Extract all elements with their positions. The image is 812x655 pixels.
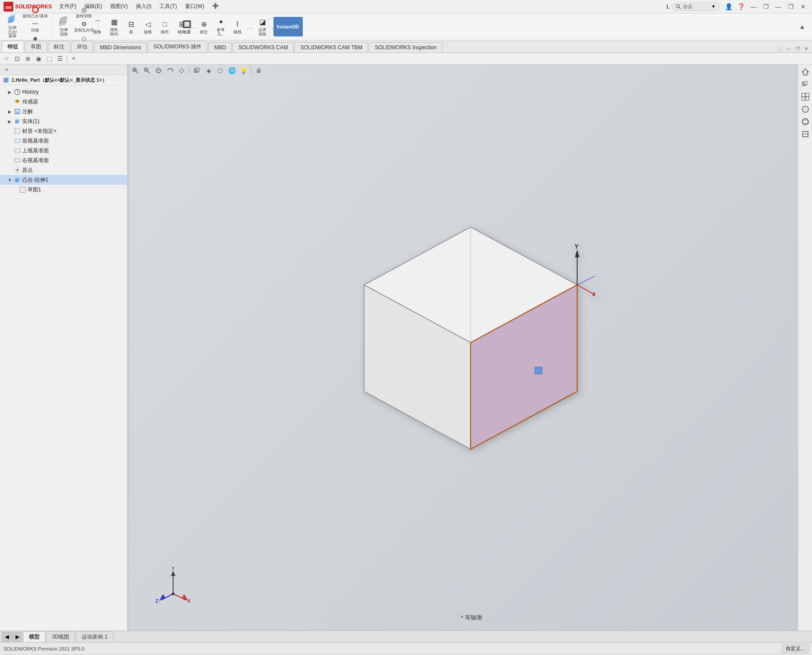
- select-tool-button[interactable]: ☞: [2, 54, 12, 64]
- zoom-area-button[interactable]: [131, 66, 140, 75]
- restore-button[interactable]: ❐: [761, 1, 771, 12]
- filter-icon-button[interactable]: ⌖: [2, 65, 12, 75]
- rmini-environment-button[interactable]: [800, 116, 811, 127]
- tree-item-solid[interactable]: ▶ 实体(1): [0, 116, 128, 126]
- zoom-fit-button[interactable]: [142, 66, 152, 75]
- menu-extra[interactable]: ➕: [209, 2, 222, 11]
- instant3d-button[interactable]: Instant3D: [273, 17, 303, 36]
- sweep-boss-button[interactable]: 〰 扫描: [21, 20, 49, 34]
- linear-pattern-button[interactable]: ▦ 线性阵列: [106, 16, 122, 38]
- panel-splitter[interactable]: [127, 64, 130, 631]
- revolve-boss-button[interactable]: ⭕ 旋转凸台/基体: [21, 6, 49, 20]
- tab-mbd-dimensions[interactable]: MBD Dimensions: [94, 42, 147, 52]
- search-bar[interactable]: ▼: [672, 3, 720, 11]
- panel-close-button[interactable]: ✕: [802, 44, 810, 52]
- pan-view-button[interactable]: [177, 66, 186, 75]
- view-section-button[interactable]: ⬡: [215, 66, 225, 75]
- material-expand-icon[interactable]: [7, 128, 12, 134]
- tree-item-sensor[interactable]: 传感器: [0, 97, 128, 107]
- toolbar-collapse-button[interactable]: ▲: [798, 22, 807, 31]
- panel-max-button[interactable]: ❐: [793, 44, 801, 52]
- tree-item-right-plane[interactable]: 右视基准面: [0, 155, 128, 165]
- tree-item-sketch1[interactable]: 草图1: [0, 185, 128, 195]
- help-icon[interactable]: ❓: [736, 1, 746, 12]
- sub-minimize-button[interactable]: —: [773, 1, 784, 12]
- zoom-view-button[interactable]: [154, 66, 163, 75]
- origin-expand-icon[interactable]: [7, 167, 12, 173]
- menu-insert[interactable]: 插入(I): [132, 2, 155, 11]
- tab-sw-cam[interactable]: SOLIDWORKS CAM: [233, 42, 293, 52]
- rib-button[interactable]: ⊟ 筋: [123, 18, 139, 36]
- boss-extrude-button[interactable]: 拉伸凸台/基体: [4, 14, 20, 40]
- sensor-expand-icon[interactable]: [7, 99, 12, 104]
- tab-sketch[interactable]: 草图: [25, 41, 47, 52]
- rotate-view-button[interactable]: [165, 66, 175, 75]
- tab-sw-inspection[interactable]: SOLIDWORKS Inspection: [369, 42, 442, 52]
- intersect-button[interactable]: ⊕ 相交: [196, 18, 212, 36]
- panel-min-button[interactable]: ⬜: [776, 44, 784, 52]
- wireframe-button[interactable]: ⬚: [44, 54, 54, 64]
- view-display-button[interactable]: 🖥: [254, 66, 264, 75]
- view-realview-button[interactable]: 🌐: [227, 66, 237, 75]
- tab-features[interactable]: 特征: [2, 41, 24, 52]
- menu-view[interactable]: 视图(V): [107, 2, 131, 11]
- tree-item-top-plane[interactable]: 上视基准面: [0, 146, 128, 155]
- tab-mbd[interactable]: MBD: [208, 42, 232, 52]
- top-plane-expand-icon[interactable]: [7, 148, 12, 153]
- sketch1-expand-icon[interactable]: [12, 187, 18, 192]
- solid-expand-icon[interactable]: ▶: [7, 119, 12, 124]
- rmini-home-button[interactable]: [800, 66, 811, 78]
- user-icon[interactable]: 👤: [723, 1, 734, 12]
- boundary-cut-button[interactable]: ◪ 边界切除: [254, 16, 270, 38]
- tab-sw-cam-tbm[interactable]: SOLIDWORKS CAM TBM: [294, 42, 368, 52]
- wrap-button[interactable]: 🔲 包覆: [179, 18, 195, 36]
- front-plane-expand-icon[interactable]: [7, 138, 12, 143]
- menu-window[interactable]: 窗口(W): [182, 2, 208, 11]
- tree-item-boss-extrude[interactable]: ▼ 凸台-拉伸1: [0, 175, 128, 185]
- extrude-cut-button[interactable]: 拉伸切除: [56, 16, 72, 38]
- fillet-button[interactable]: ⌒ 圆角: [89, 18, 105, 36]
- draft-button[interactable]: ◁ 拔模: [140, 18, 156, 36]
- view-shadow-button[interactable]: 💡: [238, 66, 248, 75]
- right-plane-expand-icon[interactable]: [7, 158, 12, 163]
- customize-button[interactable]: 自定义...: [782, 644, 808, 653]
- filter-button[interactable]: ⌖: [69, 54, 79, 64]
- rmini-appearance-button[interactable]: [800, 103, 811, 115]
- tree-item-material[interactable]: 材质 <未指定>: [0, 126, 128, 136]
- curves-button[interactable]: ⌇ 曲线: [230, 18, 246, 36]
- zoom-select-button[interactable]: ⊡: [12, 54, 22, 64]
- tree-item-annotation[interactable]: ▶ A 注解: [0, 107, 128, 116]
- rmini-view-button[interactable]: [800, 79, 811, 90]
- tree-item-front-plane[interactable]: 前视基准面: [0, 136, 128, 146]
- nav-next-button[interactable]: ▶: [12, 632, 22, 642]
- appearance-button[interactable]: ☰: [55, 54, 65, 64]
- annotation-expand-icon[interactable]: ▶: [7, 109, 12, 114]
- part-header[interactable]: 1.Hello_Part（默认<<默认>_显示状态 1>）: [0, 75, 128, 85]
- menu-tools[interactable]: 工具(T): [156, 2, 180, 11]
- boss-extrude-expand-icon[interactable]: ▼: [7, 177, 12, 183]
- search-dropdown-icon[interactable]: ▼: [711, 4, 716, 9]
- viewport[interactable]: ◈ ⬡ 🌐 💡 🖥: [129, 64, 812, 631]
- tab-motion1[interactable]: 运动算例 1: [76, 631, 113, 642]
- tab-evaluate[interactable]: 评估: [71, 41, 93, 52]
- tab-sw-addins[interactable]: SOLIDWORKS 插件: [148, 41, 208, 52]
- ref-geo-button[interactable]: ✦ 参考几...: [213, 16, 229, 38]
- shell-button[interactable]: □ 抽壳: [157, 18, 173, 36]
- tab-markup[interactable]: 标注: [48, 41, 70, 52]
- tab-3dview[interactable]: 3D视图: [46, 631, 75, 642]
- panel-restore-button[interactable]: —: [784, 44, 792, 52]
- rmini-section-button[interactable]: [800, 91, 811, 103]
- view-orientation-button[interactable]: ◈: [204, 66, 214, 75]
- tree-item-history[interactable]: ▶ History: [0, 87, 128, 97]
- history-expand-icon[interactable]: ▶: [7, 89, 12, 95]
- close-button[interactable]: ✕: [798, 1, 808, 12]
- nav-prev-button[interactable]: ◀: [2, 632, 12, 642]
- sub-restore-button[interactable]: ❐: [785, 1, 796, 12]
- tab-model[interactable]: 模型: [23, 631, 45, 642]
- display-mode-button[interactable]: ◉: [34, 54, 44, 64]
- display-style-button[interactable]: [192, 66, 202, 75]
- search-input[interactable]: [683, 4, 709, 9]
- rmini-decals-button[interactable]: [800, 128, 811, 140]
- tree-item-origin[interactable]: 原点: [0, 165, 128, 175]
- minimize-button[interactable]: —: [748, 1, 759, 12]
